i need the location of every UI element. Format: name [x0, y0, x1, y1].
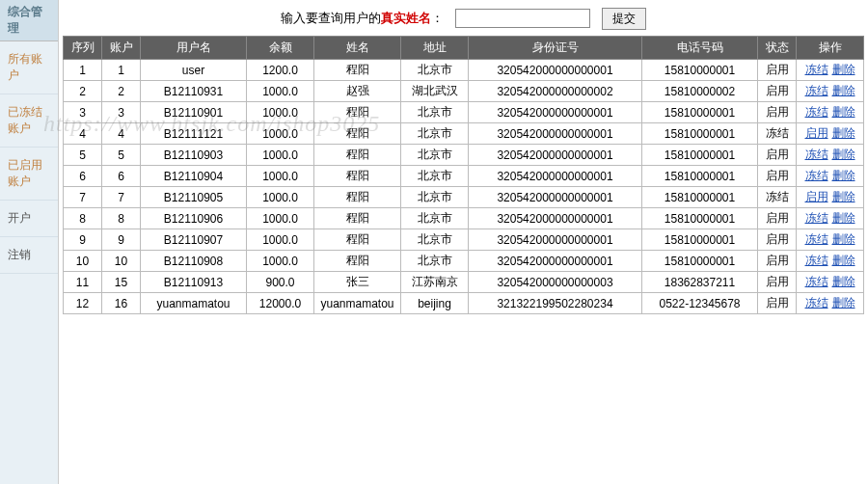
cell-user: B12110931	[141, 81, 247, 102]
op-link[interactable]: 删除	[832, 232, 855, 246]
cell-status: 启用	[758, 272, 797, 293]
cell-user: B12111121	[141, 123, 247, 145]
table-row: 1010B121109081000.0程阳北京市3205420000000000…	[64, 251, 864, 272]
cell-phone: 0522-12345678	[642, 293, 758, 314]
cell-id: 320542000000000001	[469, 123, 642, 145]
cell-ops: 冻结删除	[797, 251, 864, 272]
cell-id: 320542000000000001	[469, 145, 642, 166]
cell-bal: 1000.0	[247, 187, 314, 208]
cell-addr: 北京市	[401, 60, 469, 81]
cell-phone: 15810000001	[642, 208, 758, 229]
op-link[interactable]: 冻结	[805, 148, 828, 161]
op-link[interactable]: 冻结	[805, 84, 828, 97]
sidebar-item-3[interactable]: 开户	[0, 201, 58, 237]
cell-seq: 12	[64, 293, 102, 314]
cell-seq: 3	[64, 102, 102, 123]
table-row: 1115B12110913900.0张三江苏南京3205420000000000…	[64, 272, 864, 293]
op-link[interactable]: 删除	[832, 296, 855, 309]
cell-acct: 8	[102, 208, 141, 229]
cell-acct: 15	[102, 272, 141, 293]
sidebar-item-2[interactable]: 已启用账户	[0, 148, 58, 201]
sidebar-item-4[interactable]: 注销	[0, 237, 58, 274]
cell-ops: 启用删除	[797, 187, 864, 208]
op-link[interactable]: 删除	[832, 84, 855, 97]
op-link[interactable]: 冻结	[805, 232, 828, 246]
col-header-4: 姓名	[314, 37, 401, 60]
op-link[interactable]: 启用	[805, 190, 828, 203]
op-link[interactable]: 删除	[832, 105, 855, 119]
cell-bal: 1000.0	[247, 81, 314, 102]
cell-bal: 12000.0	[247, 293, 314, 314]
op-link[interactable]: 删除	[832, 148, 855, 161]
cell-user: yuanmamatou	[141, 293, 247, 314]
op-link[interactable]: 删除	[832, 275, 855, 288]
cell-addr: 北京市	[401, 187, 469, 208]
cell-addr: 江苏南京	[401, 272, 469, 293]
cell-name: 程阳	[314, 166, 401, 187]
cell-ops: 冻结删除	[797, 229, 864, 251]
op-link[interactable]: 删除	[832, 63, 855, 76]
search-input[interactable]	[455, 9, 590, 28]
cell-id: 320542000000000001	[469, 166, 642, 187]
cell-acct: 16	[102, 293, 141, 314]
cell-acct: 2	[102, 81, 141, 102]
op-link[interactable]: 冻结	[805, 63, 828, 76]
sidebar-item-0[interactable]: 所有账户	[0, 41, 58, 94]
sidebar-item-1[interactable]: 已冻结账户	[0, 94, 58, 148]
op-link[interactable]: 冻结	[805, 254, 828, 267]
op-link[interactable]: 启用	[805, 126, 828, 140]
cell-id: 320542000000000001	[469, 187, 642, 208]
cell-phone: 15810000001	[642, 166, 758, 187]
op-link[interactable]: 删除	[832, 254, 855, 267]
op-link[interactable]: 冻结	[805, 275, 828, 288]
cell-id: 321322199502280234	[469, 293, 642, 314]
cell-user: B12110901	[141, 102, 247, 123]
accounts-table: 序列账户用户名余额姓名地址身份证号电话号码状态操作 11user1200.0程阳…	[63, 36, 864, 314]
op-link[interactable]: 删除	[832, 169, 855, 182]
cell-phone: 15810000001	[642, 102, 758, 123]
cell-bal: 1000.0	[247, 166, 314, 187]
cell-phone: 15810000001	[642, 251, 758, 272]
cell-status: 启用	[758, 208, 797, 229]
table-row: 44B121111211000.0程阳北京市320542000000000001…	[64, 123, 864, 145]
cell-addr: 北京市	[401, 208, 469, 229]
cell-seq: 4	[64, 123, 102, 145]
cell-seq: 6	[64, 166, 102, 187]
op-link[interactable]: 删除	[832, 126, 855, 140]
cell-status: 启用	[758, 166, 797, 187]
cell-ops: 启用删除	[797, 123, 864, 145]
table-row: 88B121109061000.0程阳北京市320542000000000001…	[64, 208, 864, 229]
main-content: 输入要查询用户的真实姓名： 提交 序列账户用户名余额姓名地址身份证号电话号码状态…	[59, 0, 868, 484]
cell-status: 启用	[758, 293, 797, 314]
cell-ops: 冻结删除	[797, 208, 864, 229]
cell-name: 张三	[314, 272, 401, 293]
cell-name: 程阳	[314, 208, 401, 229]
col-header-8: 状态	[758, 37, 797, 60]
cell-acct: 4	[102, 123, 141, 145]
sidebar-header: 综合管理	[0, 0, 58, 41]
cell-user: user	[141, 60, 247, 81]
op-link[interactable]: 冻结	[805, 105, 828, 119]
cell-name: 程阳	[314, 123, 401, 145]
cell-acct: 9	[102, 229, 141, 251]
cell-user: B12110907	[141, 229, 247, 251]
col-header-9: 操作	[797, 37, 864, 60]
cell-name: 程阳	[314, 229, 401, 251]
cell-addr: 北京市	[401, 229, 469, 251]
cell-seq: 11	[64, 272, 102, 293]
cell-ops: 冻结删除	[797, 166, 864, 187]
submit-button[interactable]: 提交	[602, 8, 646, 30]
cell-user: B12110903	[141, 145, 247, 166]
cell-phone: 18362837211	[642, 272, 758, 293]
op-link[interactable]: 冻结	[805, 296, 828, 309]
cell-ops: 冻结删除	[797, 293, 864, 314]
cell-name: 程阳	[314, 187, 401, 208]
cell-user: B12110908	[141, 251, 247, 272]
op-link[interactable]: 删除	[832, 190, 855, 203]
op-link[interactable]: 冻结	[805, 169, 828, 182]
cell-acct: 3	[102, 102, 141, 123]
op-link[interactable]: 删除	[832, 211, 855, 225]
col-header-6: 身份证号	[469, 37, 642, 60]
cell-seq: 1	[64, 60, 102, 81]
op-link[interactable]: 冻结	[805, 211, 828, 225]
